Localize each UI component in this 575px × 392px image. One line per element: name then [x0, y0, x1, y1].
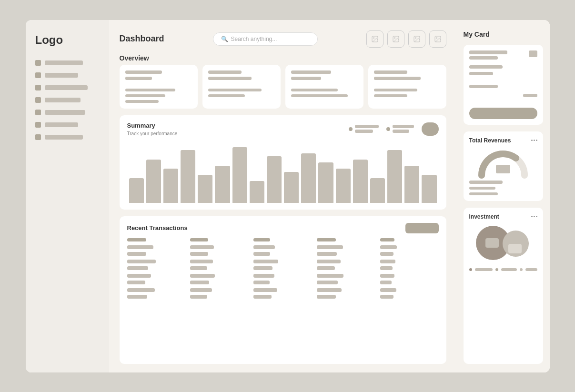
- card-bar: [208, 70, 242, 74]
- outer-wrapper: Logo: [0, 0, 575, 392]
- investment-chart: [469, 224, 537, 264]
- nav-icon-2: [35, 72, 41, 78]
- tx-col-2: [190, 238, 249, 241]
- svg-point-7: [436, 37, 437, 38]
- transactions-button[interactable]: [405, 223, 439, 233]
- col-header: [127, 238, 146, 241]
- card-top: [469, 50, 537, 75]
- overview-card-1: [120, 65, 198, 109]
- chart-bar: [284, 172, 299, 203]
- filter-dot-2: [386, 127, 390, 131]
- col-header: [380, 238, 394, 241]
- transactions-header: Recent Transactions: [127, 223, 439, 233]
- overview-card-4: [368, 65, 446, 109]
- chart-bar: [370, 178, 385, 203]
- chart-bar: [232, 147, 247, 203]
- card-bar: [374, 70, 407, 74]
- card-bar: [291, 70, 331, 74]
- sidebar-nav: [35, 60, 100, 140]
- chart-bar: [129, 178, 144, 203]
- right-panel-header: My Card: [464, 30, 543, 38]
- chart-bar: [250, 181, 264, 203]
- svg-point-5: [415, 37, 416, 38]
- chart-bar: [353, 160, 368, 203]
- summary-subtitle: Track your performance: [127, 131, 178, 136]
- filter-button[interactable]: [422, 122, 439, 136]
- gauge-chart: [469, 148, 537, 179]
- header-icon-2[interactable]: [387, 30, 404, 48]
- transactions-card: Recent Transactions: [120, 216, 446, 364]
- card-bar: [291, 89, 338, 91]
- table-row: [127, 260, 439, 270]
- nav-icon-1: [35, 60, 41, 66]
- chart-bar: [146, 160, 161, 203]
- chart-bar: [318, 162, 333, 203]
- nav-icon-4: [35, 97, 41, 103]
- bar-chart: [127, 141, 439, 203]
- table-row: [127, 245, 439, 256]
- card-chip: [529, 50, 537, 57]
- filter-text-2: [393, 125, 414, 133]
- col-header: [190, 238, 208, 241]
- investment-title-row: Investment: [469, 213, 537, 220]
- sidebar-item-3[interactable]: [35, 85, 100, 90]
- nav-icon-3: [35, 85, 41, 90]
- table-row: [127, 274, 439, 284]
- chart-bar: [267, 156, 282, 203]
- right-panel: My Card: [457, 20, 550, 372]
- overview-card-3: [285, 65, 363, 109]
- chart-bar: [404, 166, 419, 203]
- card-bar: [374, 94, 407, 97]
- search-input-placeholder: Search anything...: [231, 36, 277, 42]
- legend-dot-3: [520, 268, 523, 271]
- header-icon-4[interactable]: [429, 30, 446, 48]
- nav-label-3: [45, 85, 88, 90]
- sidebar-item-4[interactable]: [35, 97, 100, 103]
- image-icon-4: [434, 35, 442, 43]
- investment-widget: Investment: [464, 208, 543, 364]
- card-bar: [125, 77, 152, 80]
- card-action-button[interactable]: [469, 108, 537, 119]
- sidebar-item-6[interactable]: [35, 122, 100, 128]
- nav-label-2: [45, 73, 78, 78]
- sidebar-item-2[interactable]: [35, 72, 100, 78]
- card-bar: [374, 77, 421, 80]
- card-bar: [125, 94, 165, 97]
- chart-bar: [301, 153, 316, 203]
- col-header: [317, 238, 336, 241]
- svg-point-3: [394, 37, 395, 38]
- sidebar-item-7[interactable]: [35, 134, 100, 140]
- investment-legend: [469, 268, 537, 271]
- svg-rect-8: [496, 165, 510, 173]
- table-row: [127, 288, 439, 299]
- more-options-icon[interactable]: [531, 140, 537, 141]
- transactions-title: Recent Transactions: [127, 224, 188, 231]
- overview-title: Overview: [120, 54, 446, 62]
- card-bar: [374, 89, 417, 91]
- tx-header-row: [127, 238, 439, 241]
- investment-more-icon[interactable]: [531, 216, 537, 217]
- image-icon-1: [371, 35, 379, 43]
- content-area: Dashboard 🔍 Search anything...: [109, 20, 457, 372]
- sidebar-item-5[interactable]: [35, 110, 100, 115]
- sidebar: Logo: [26, 20, 109, 372]
- overview-section: Overview: [120, 54, 446, 109]
- card-bar: [291, 77, 321, 80]
- card-bar: [291, 94, 348, 97]
- header: Dashboard 🔍 Search anything...: [120, 30, 446, 48]
- nav-label-6: [45, 122, 78, 127]
- nav-label-1: [45, 60, 83, 65]
- my-card-title: My Card: [464, 30, 490, 38]
- gauge-svg: [477, 148, 529, 179]
- card-bar: [208, 94, 245, 97]
- chart-bar: [198, 175, 212, 203]
- chart-bar: [215, 166, 230, 203]
- header-icons: [366, 30, 446, 48]
- chart-bar: [163, 169, 178, 203]
- header-icon-3[interactable]: [408, 30, 425, 48]
- search-bar[interactable]: 🔍 Search anything...: [213, 32, 318, 46]
- sidebar-item-1[interactable]: [35, 60, 100, 66]
- nav-label-5: [45, 110, 85, 115]
- header-icon-1[interactable]: [366, 30, 383, 48]
- legend-label-2: [501, 268, 517, 271]
